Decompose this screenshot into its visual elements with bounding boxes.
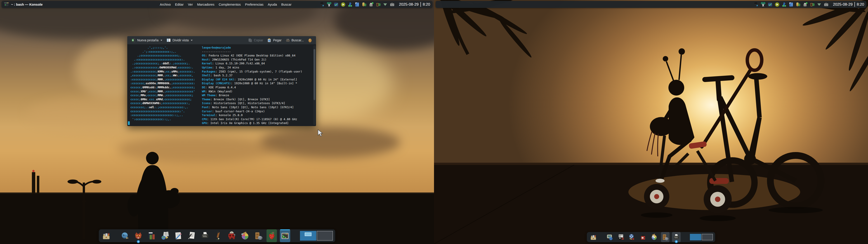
wallpaper-right-sunset-tricycle [434, 0, 868, 244]
app-launcher-toolbox[interactable] [101, 229, 112, 242]
thunderbird-bird-icon[interactable] [120, 229, 130, 242]
audio-volume-icon[interactable] [810, 2, 815, 7]
binoculars-find-icon [286, 38, 290, 42]
palm-fronds-right [798, 0, 868, 92]
screenshot-camera-icon[interactable] [390, 2, 395, 7]
office-globe-documents-icon[interactable] [160, 229, 170, 242]
bluetooth-icon[interactable] [348, 2, 352, 7]
video-editor-reel-icon[interactable] [628, 232, 636, 242]
package-updates-icon[interactable] [334, 2, 339, 7]
app-launcher-toolbox[interactable] [589, 232, 598, 242]
pencil-editor-icon[interactable] [213, 229, 223, 242]
chevron-down-icon [191, 40, 193, 41]
clock-separator [855, 2, 855, 7]
show-hidden-icons-arrow[interactable] [383, 2, 388, 7]
new-tab-icon [131, 38, 135, 42]
top-panel-right: 2025-08-29 8:20 [436, 1, 866, 8]
pager-desktop-1-active[interactable] [300, 231, 316, 241]
copy-button[interactable]: Copiar [247, 37, 265, 43]
chevron-down-icon [160, 40, 162, 41]
menu-item[interactable]: Ver [188, 3, 193, 6]
taskbar-dock-left: + [99, 229, 335, 242]
taskbar-dock-right: + [587, 232, 715, 242]
digital-clock[interactable]: 2025-08-29 8:20 [833, 2, 864, 7]
screenshot-camera-icon[interactable] [824, 2, 829, 7]
digital-clock[interactable]: 2025-08-29 8:20 [399, 2, 430, 7]
menu-item[interactable]: Marcadores [197, 3, 215, 6]
menu-item[interactable]: Ayuda [268, 3, 277, 6]
monitor-left: > ~ : bash — Konsole ArchivoEditarVerMar… [0, 0, 434, 244]
copy-icon [248, 38, 252, 42]
new-tab-label: Nueva pestaña [137, 38, 158, 42]
disc-paintbrush-icon[interactable] [650, 232, 658, 242]
scrollbar-thumb[interactable] [313, 49, 315, 100]
bluetooth-icon[interactable] [782, 2, 786, 7]
typewriter-writer-task[interactable]: + [672, 232, 681, 242]
konsole-toolbar: Nueva pestaña Dividir vista Copiar Pegar… [127, 36, 316, 44]
clock-separator [421, 2, 421, 7]
tv-media-viewer-icon[interactable] [606, 232, 614, 242]
battery-icon[interactable] [796, 2, 801, 7]
menu-item[interactable]: Editar [175, 3, 184, 6]
active-window-title: ~ : bash — Konsole [11, 2, 43, 6]
media-player-play-icon[interactable] [341, 2, 346, 7]
dolphin-drawer-helmet-icon[interactable] [253, 229, 264, 242]
pager-window-thumbnail [305, 233, 311, 236]
clipboard-scissors-icon[interactable] [327, 2, 332, 7]
terminal-scrollbar[interactable] [313, 45, 315, 125]
top-panel-left: > ~ : bash — Konsole ArchivoEditarVerMar… [2, 1, 432, 8]
paste-button[interactable]: Pegar [266, 37, 283, 43]
typewriter-writer-icon[interactable] [200, 229, 210, 242]
chimney-silhouette [32, 170, 39, 194]
system-tray: 2025-08-29 8:20 [320, 2, 430, 7]
menu-button[interactable] [306, 37, 314, 43]
clock-time: 8:20 [857, 2, 864, 7]
pager-desktop-2[interactable] [702, 234, 713, 240]
clipboard-scissors-icon[interactable] [761, 2, 766, 7]
clock-time: 8:20 [423, 2, 430, 7]
viewmaster-photos-icon[interactable] [226, 229, 237, 242]
paste-icon [267, 38, 272, 42]
window-display-icon[interactable] [789, 2, 794, 7]
network-wired-icon[interactable] [369, 2, 374, 7]
pager-desktop-1-active[interactable] [690, 234, 701, 240]
pager-desktop-2[interactable] [317, 231, 333, 241]
terminal-cursor-block [128, 121, 130, 125]
right-silhouettes [434, 0, 868, 244]
find-button[interactable]: Buscar... [284, 37, 305, 43]
new-tab-button[interactable]: Nueva pestaña [129, 37, 164, 43]
menu-item[interactable]: Complementos [219, 3, 241, 6]
fastfetch-output: leoperbo@marajade-----------------OS: Fe… [202, 45, 302, 125]
media-player-play-icon[interactable] [775, 2, 780, 7]
split-view-button[interactable]: Dividir vista [165, 37, 194, 43]
show-hidden-icons-arrow[interactable] [817, 2, 822, 7]
split-view-icon [166, 38, 171, 42]
terminal-area[interactable]: .',;::::;,'. .';:cccccccccccc:;,. .;cccc… [127, 44, 316, 126]
dolphin-drawer-helmet-task[interactable] [661, 232, 670, 242]
window-display-icon[interactable] [355, 2, 360, 7]
konsole-window[interactable]: Nueva pestaña Dividir vista Copiar Pegar… [127, 36, 316, 126]
menu-item[interactable]: Preferencias [245, 3, 264, 6]
package-updates-icon[interactable] [768, 2, 773, 7]
network-wired-icon[interactable] [803, 2, 808, 7]
konsole-terminal-task-active[interactable] [280, 229, 290, 242]
clock-date: 2025-08-29 [399, 2, 418, 7]
copy-label: Copiar [254, 38, 263, 42]
paint-colorwheel-icon[interactable] [240, 229, 250, 242]
menu-item[interactable]: Buscar [281, 3, 291, 6]
firefox-fox-icon[interactable]: + [133, 229, 144, 242]
konsole-window-icon: > [4, 2, 9, 7]
board-8ball-tv-icon[interactable] [617, 232, 625, 242]
menu-item[interactable]: Archivo [160, 3, 170, 6]
user-session-icon[interactable] [754, 2, 758, 7]
battery-icon[interactable] [362, 2, 367, 7]
dictionary-books-icon[interactable] [147, 229, 157, 242]
notes-paper-pen-icon[interactable] [173, 229, 184, 242]
global-menu-bar: ArchivoEditarVerMarcadoresComplementosPr… [160, 3, 291, 6]
tasks-checklist-icon[interactable] [186, 229, 197, 242]
audio-volume-icon[interactable] [376, 2, 381, 7]
find-label: Buscar... [291, 38, 304, 42]
ink-jar-red-icon[interactable] [639, 232, 647, 242]
user-session-icon[interactable] [320, 2, 324, 7]
strawberry-music-player-task[interactable] [267, 229, 277, 242]
